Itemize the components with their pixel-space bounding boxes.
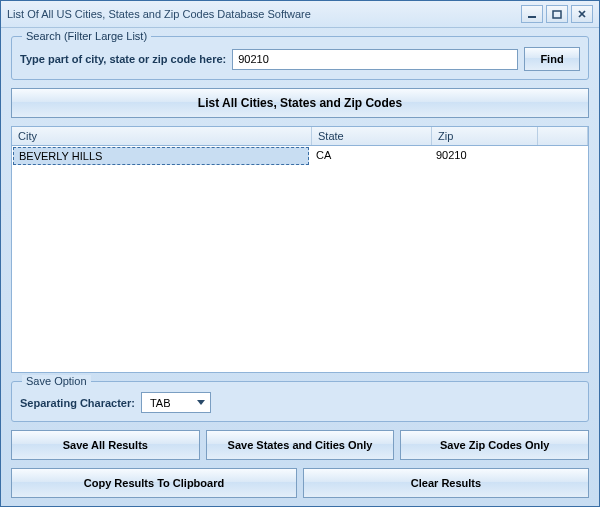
window-content: Search (Filter Large List) Type part of … xyxy=(1,28,599,506)
table-row[interactable]: BEVERLY HILLS CA 90210 xyxy=(12,146,588,166)
cell-state[interactable]: CA xyxy=(310,146,430,166)
cell-city[interactable]: BEVERLY HILLS xyxy=(13,147,309,165)
copy-results-button[interactable]: Copy Results To Clipboard xyxy=(11,468,297,498)
grid-header-row: City State Zip xyxy=(12,127,588,146)
separator-label: Separating Character: xyxy=(20,397,135,409)
column-header-padding xyxy=(538,127,588,145)
clear-results-button[interactable]: Clear Results xyxy=(303,468,589,498)
search-legend: Search (Filter Large List) xyxy=(22,30,151,42)
column-header-zip[interactable]: Zip xyxy=(432,127,538,145)
app-window: List Of All US Cities, States and Zip Co… xyxy=(0,0,600,507)
minimize-button[interactable] xyxy=(521,5,543,23)
separator-dropdown[interactable]: TAB xyxy=(141,392,211,413)
search-label: Type part of city, state or zip code her… xyxy=(20,53,226,65)
grid-body: BEVERLY HILLS CA 90210 xyxy=(12,146,588,372)
minimize-icon xyxy=(527,9,537,19)
results-grid[interactable]: City State Zip BEVERLY HILLS CA 90210 xyxy=(11,126,589,373)
save-zips-button[interactable]: Save Zip Codes Only xyxy=(400,430,589,460)
save-option-legend: Save Option xyxy=(22,375,91,387)
maximize-icon xyxy=(552,9,562,19)
svg-rect-1 xyxy=(553,11,561,18)
column-header-state[interactable]: State xyxy=(312,127,432,145)
list-all-button[interactable]: List All Cities, States and Zip Codes xyxy=(11,88,589,118)
action-row-2: Copy Results To Clipboard Clear Results xyxy=(11,468,589,498)
search-input[interactable] xyxy=(232,49,518,70)
close-button[interactable] xyxy=(571,5,593,23)
save-all-button[interactable]: Save All Results xyxy=(11,430,200,460)
search-group: Search (Filter Large List) Type part of … xyxy=(11,36,589,80)
separator-value: TAB xyxy=(150,397,171,409)
maximize-button[interactable] xyxy=(546,5,568,23)
column-header-city[interactable]: City xyxy=(12,127,312,145)
window-title: List Of All US Cities, States and Zip Co… xyxy=(7,8,518,20)
find-button[interactable]: Find xyxy=(524,47,580,71)
cell-zip[interactable]: 90210 xyxy=(430,146,550,166)
save-option-group: Save Option Separating Character: TAB xyxy=(11,381,589,422)
action-row-1: Save All Results Save States and Cities … xyxy=(11,430,589,460)
save-states-cities-button[interactable]: Save States and Cities Only xyxy=(206,430,395,460)
save-option-row: Separating Character: TAB xyxy=(20,392,580,413)
close-icon xyxy=(577,9,587,19)
search-row: Type part of city, state or zip code her… xyxy=(20,47,580,71)
titlebar: List Of All US Cities, States and Zip Co… xyxy=(1,1,599,28)
